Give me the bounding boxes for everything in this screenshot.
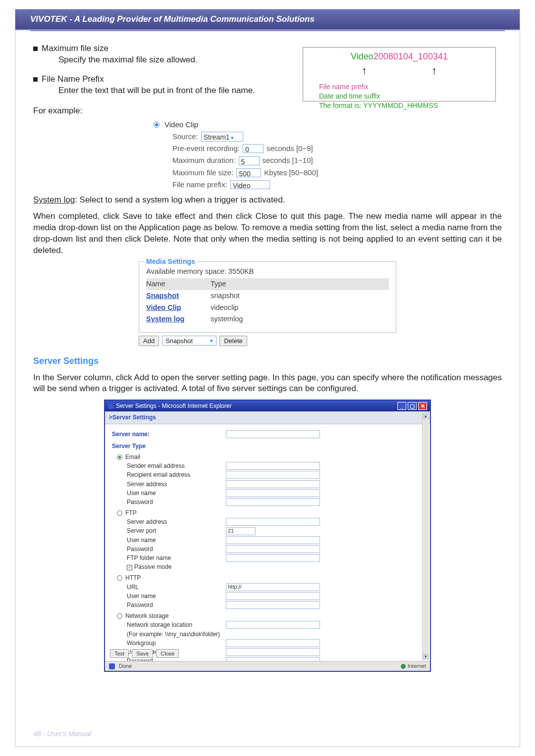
ftp-server-label: Server address bbox=[112, 518, 226, 526]
email-recipient-label: Recipient email address bbox=[112, 471, 226, 479]
ie-title: Server Settings - Microsoft Internet Exp… bbox=[116, 402, 397, 410]
http-url-label: URL bbox=[112, 583, 226, 591]
close-button[interactable]: Close bbox=[156, 649, 179, 658]
http-pass-label: Password bbox=[112, 601, 226, 609]
http-user-label: User name bbox=[112, 592, 226, 600]
bullet-max-filesize-desc: Specify the maximal file size allowed. bbox=[58, 54, 198, 66]
email-pass-input[interactable] bbox=[226, 498, 320, 506]
vc-prefix-label: File name prefix: bbox=[172, 180, 227, 190]
email-user-input[interactable] bbox=[226, 489, 320, 497]
scrollbar[interactable]: ▴ ▾ bbox=[422, 412, 429, 660]
server-settings-heading: Server Settings bbox=[33, 355, 502, 367]
media-row-systemlog-type: systemlog bbox=[211, 314, 243, 324]
email-recipient-input[interactable] bbox=[226, 471, 320, 479]
ftp-user-label: User name bbox=[112, 536, 226, 544]
media-select[interactable]: Snapshot▾ bbox=[162, 336, 216, 346]
media-row-systemlog[interactable]: System log bbox=[146, 315, 184, 323]
media-delete-button[interactable]: Delete bbox=[219, 336, 247, 347]
media-settings-fieldset: Media Settings Available memory space: 3… bbox=[139, 261, 396, 333]
ftp-pass-label: Password bbox=[112, 545, 226, 553]
ns-loc-label: Network storage location bbox=[112, 621, 226, 629]
media-row-videoclip[interactable]: Video Clip bbox=[146, 303, 181, 311]
server-type-label: Server Type bbox=[112, 442, 423, 450]
bullet-prefix-desc: Enter the text that will be put in front… bbox=[58, 85, 255, 97]
media-add-button[interactable]: Add bbox=[139, 336, 159, 347]
vc-preevent-label: Pre-event recording: bbox=[172, 144, 240, 153]
header-rule bbox=[30, 30, 505, 31]
save-button[interactable]: Save bbox=[132, 649, 153, 658]
media-row-videoclip-type: videoclip bbox=[211, 303, 238, 313]
ie-page-icon bbox=[109, 663, 115, 669]
chevron-down-icon: ▾ bbox=[231, 135, 234, 141]
vc-preevent-input[interactable]: 0 bbox=[243, 144, 264, 153]
ftp-port-input[interactable]: 21 bbox=[226, 527, 256, 535]
vc-prefix-input[interactable]: Video bbox=[230, 180, 270, 189]
http-user-input[interactable] bbox=[226, 592, 320, 600]
vc-maxfs-input[interactable]: 500 bbox=[236, 168, 261, 177]
window-minimize-button[interactable]: _ bbox=[397, 402, 406, 410]
ie-status-zone: Internet bbox=[408, 662, 426, 670]
email-radio[interactable] bbox=[117, 454, 122, 460]
ftp-folder-input[interactable] bbox=[226, 554, 320, 562]
vc-maxdur-label: Maximum duration: bbox=[172, 155, 236, 165]
server-settings-para: In the Server column, click Add to open … bbox=[33, 372, 502, 395]
vc-maxdur-input[interactable]: 5 bbox=[239, 156, 260, 165]
ftp-passive-label: Passive mode bbox=[134, 563, 171, 570]
media-col-type: Type bbox=[211, 279, 226, 289]
video-clip-radio[interactable] bbox=[154, 122, 160, 128]
ftp-server-input[interactable] bbox=[226, 518, 320, 526]
ftp-user-input[interactable] bbox=[226, 536, 320, 544]
arrow-up-icon: ↑ bbox=[362, 63, 367, 78]
globe-icon bbox=[401, 664, 406, 669]
system-log-desc: : Select to send a system log when a tri… bbox=[75, 195, 285, 204]
scroll-down-icon[interactable]: ▾ bbox=[423, 653, 429, 660]
ns-user-input[interactable] bbox=[226, 648, 320, 656]
vc-preevent-range: seconds [0~9] bbox=[267, 144, 313, 153]
ie-window: Server Settings - Microsoft Internet Exp… bbox=[104, 400, 431, 672]
filename-suffix-caption: Date and time suffix bbox=[319, 92, 380, 100]
video-clip-legend: Video Clip bbox=[164, 120, 198, 130]
email-server-label: Server address bbox=[112, 480, 226, 488]
ftp-passive-checkbox[interactable]: ✓ bbox=[127, 565, 132, 570]
test-button[interactable]: Test bbox=[110, 649, 129, 658]
http-pass-input[interactable] bbox=[226, 601, 320, 609]
media-row-snapshot[interactable]: Snapshot bbox=[146, 292, 179, 300]
ns-radio[interactable] bbox=[117, 613, 122, 619]
email-option: Email bbox=[125, 453, 140, 461]
ftp-folder-label: FTP folder name bbox=[112, 554, 226, 562]
ie-statusbar: Done Internet bbox=[105, 661, 430, 671]
vc-maxdur-range: seconds [1~10] bbox=[263, 155, 313, 165]
filename-prefix-caption: File name prefix bbox=[319, 82, 374, 92]
system-log-label: System log bbox=[33, 195, 75, 204]
arrow-up-icon: ↑ bbox=[431, 63, 437, 78]
ftp-option: FTP bbox=[125, 509, 137, 517]
server-name-input[interactable] bbox=[226, 430, 320, 438]
email-pass-label: Password bbox=[112, 498, 226, 506]
ns-loc-input[interactable] bbox=[226, 621, 320, 629]
ftp-radio[interactable] bbox=[117, 510, 122, 516]
vc-maxfs-label: Maximum file size: bbox=[172, 168, 233, 178]
ns-wg-input[interactable] bbox=[226, 639, 320, 647]
chevron-down-icon: ▾ bbox=[210, 337, 213, 345]
email-server-input[interactable] bbox=[226, 480, 320, 488]
window-close-button[interactable]: ✕ bbox=[418, 402, 427, 410]
http-radio[interactable] bbox=[117, 575, 122, 581]
ie-titlebar: Server Settings - Microsoft Internet Exp… bbox=[105, 401, 430, 411]
http-url-input[interactable]: http:// bbox=[226, 583, 320, 591]
filename-datetime: 20080104_100341 bbox=[374, 51, 448, 61]
media-row-snapshot-type: snapshot bbox=[211, 291, 240, 301]
scroll-up-icon[interactable]: ▴ bbox=[423, 412, 429, 419]
server-name-label: Server name: bbox=[112, 430, 226, 438]
email-sender-input[interactable] bbox=[226, 462, 320, 470]
bullet-max-filesize-title: Maximum file size bbox=[42, 43, 198, 54]
filename-prefix: Video bbox=[351, 51, 374, 61]
ie-subtitle: >Server Settings bbox=[105, 411, 430, 424]
video-clip-settings: Video Clip Source: Stream1 ▾ Pre-event r… bbox=[154, 120, 381, 190]
email-sender-label: Sender email address bbox=[112, 462, 226, 470]
email-user-label: User name bbox=[112, 489, 226, 497]
filename-suffix-format: The format is: YYYYMMDD_HHMMSS bbox=[319, 101, 438, 109]
window-maximize-button[interactable]: ▢ bbox=[408, 402, 417, 410]
vc-source-select[interactable]: Stream1 ▾ bbox=[201, 132, 243, 142]
ns-example: (For example: \\my_nas\disk\folder) bbox=[112, 630, 220, 638]
ftp-pass-input[interactable] bbox=[226, 545, 320, 553]
